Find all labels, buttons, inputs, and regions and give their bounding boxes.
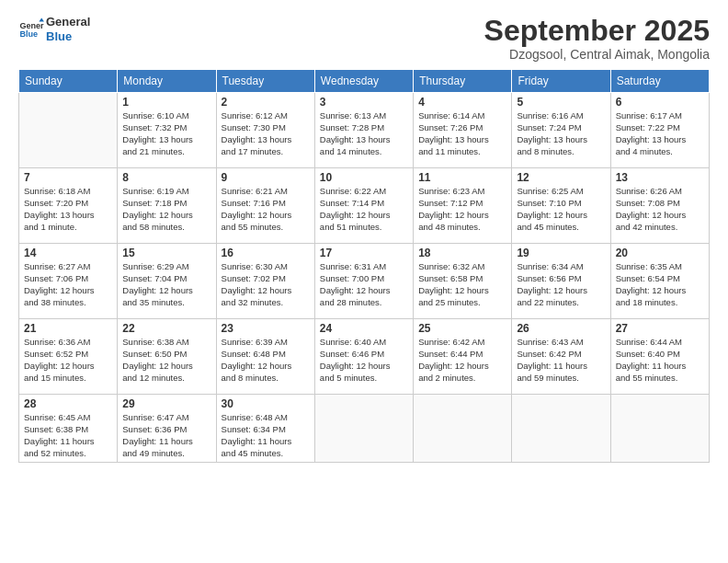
day-info: Sunrise: 6:23 AM Sunset: 7:12 PM Dayligh… (418, 186, 506, 233)
calendar-header-saturday: Saturday (610, 70, 709, 93)
calendar-header-thursday: Thursday (414, 70, 512, 93)
calendar-cell: 21Sunrise: 6:36 AM Sunset: 6:52 PM Dayli… (19, 319, 118, 395)
calendar-week-row: 1Sunrise: 6:10 AM Sunset: 7:32 PM Daylig… (19, 93, 710, 168)
calendar-cell: 9Sunrise: 6:21 AM Sunset: 7:16 PM Daylig… (216, 168, 314, 244)
day-info: Sunrise: 6:34 AM Sunset: 6:56 PM Dayligh… (517, 261, 605, 308)
day-number: 25 (418, 322, 506, 335)
calendar-week-row: 28Sunrise: 6:45 AM Sunset: 6:38 PM Dayli… (19, 395, 710, 463)
calendar-cell: 12Sunrise: 6:25 AM Sunset: 7:10 PM Dayli… (512, 168, 610, 244)
day-info: Sunrise: 6:13 AM Sunset: 7:28 PM Dayligh… (320, 110, 408, 157)
day-info: Sunrise: 6:47 AM Sunset: 6:36 PM Dayligh… (122, 412, 210, 459)
calendar-cell: 11Sunrise: 6:23 AM Sunset: 7:12 PM Dayli… (414, 168, 512, 244)
header: General Blue General Blue September 2025… (18, 15, 710, 62)
calendar-cell (414, 395, 512, 463)
day-info: Sunrise: 6:35 AM Sunset: 6:54 PM Dayligh… (616, 261, 704, 308)
calendar-cell (512, 395, 610, 463)
svg-text:Blue: Blue (19, 29, 38, 39)
calendar-cell: 29Sunrise: 6:47 AM Sunset: 6:36 PM Dayli… (118, 395, 216, 463)
day-info: Sunrise: 6:29 AM Sunset: 7:04 PM Dayligh… (122, 261, 210, 308)
calendar-week-row: 14Sunrise: 6:27 AM Sunset: 7:06 PM Dayli… (19, 244, 710, 319)
logo-general: General (46, 15, 90, 29)
calendar-header-sunday: Sunday (19, 70, 118, 93)
svg-text:General: General (19, 20, 44, 29)
day-info: Sunrise: 6:48 AM Sunset: 6:34 PM Dayligh… (222, 412, 310, 459)
day-number: 11 (418, 171, 506, 184)
calendar-cell: 10Sunrise: 6:22 AM Sunset: 7:14 PM Dayli… (314, 168, 413, 244)
day-number: 7 (24, 171, 112, 184)
day-number: 30 (222, 397, 310, 410)
day-number: 1 (122, 96, 210, 109)
day-number: 16 (222, 247, 310, 259)
day-info: Sunrise: 6:39 AM Sunset: 6:48 PM Dayligh… (222, 337, 310, 384)
day-info: Sunrise: 6:32 AM Sunset: 6:58 PM Dayligh… (418, 261, 506, 308)
day-number: 13 (616, 171, 704, 184)
day-number: 23 (222, 322, 310, 335)
calendar-week-row: 21Sunrise: 6:36 AM Sunset: 6:52 PM Dayli… (19, 319, 710, 395)
calendar-cell: 19Sunrise: 6:34 AM Sunset: 6:56 PM Dayli… (512, 244, 610, 319)
day-info: Sunrise: 6:40 AM Sunset: 6:46 PM Dayligh… (320, 337, 408, 384)
calendar-cell: 25Sunrise: 6:42 AM Sunset: 6:44 PM Dayli… (414, 319, 512, 395)
location-subtitle: Dzogsool, Central Aimak, Mongolia (484, 47, 710, 62)
calendar-cell: 5Sunrise: 6:16 AM Sunset: 7:24 PM Daylig… (512, 93, 610, 168)
page: General Blue General Blue September 2025… (0, 0, 728, 563)
day-number: 26 (517, 322, 605, 335)
calendar-cell (314, 395, 413, 463)
day-info: Sunrise: 6:10 AM Sunset: 7:32 PM Dayligh… (122, 110, 210, 157)
calendar-cell: 30Sunrise: 6:48 AM Sunset: 6:34 PM Dayli… (216, 395, 314, 463)
calendar-cell: 26Sunrise: 6:43 AM Sunset: 6:42 PM Dayli… (512, 319, 610, 395)
day-info: Sunrise: 6:30 AM Sunset: 7:02 PM Dayligh… (222, 261, 310, 308)
day-info: Sunrise: 6:36 AM Sunset: 6:52 PM Dayligh… (24, 337, 112, 384)
day-info: Sunrise: 6:19 AM Sunset: 7:18 PM Dayligh… (122, 186, 210, 233)
day-info: Sunrise: 6:27 AM Sunset: 7:06 PM Dayligh… (24, 261, 112, 308)
calendar-cell: 8Sunrise: 6:19 AM Sunset: 7:18 PM Daylig… (118, 168, 216, 244)
day-info: Sunrise: 6:14 AM Sunset: 7:26 PM Dayligh… (418, 110, 506, 157)
day-number: 27 (616, 322, 704, 335)
day-info: Sunrise: 6:17 AM Sunset: 7:22 PM Dayligh… (616, 110, 704, 157)
day-number: 20 (616, 247, 704, 259)
calendar-cell: 22Sunrise: 6:38 AM Sunset: 6:50 PM Dayli… (118, 319, 216, 395)
day-number: 29 (122, 397, 210, 410)
month-title: September 2025 (484, 15, 710, 47)
calendar-cell: 16Sunrise: 6:30 AM Sunset: 7:02 PM Dayli… (216, 244, 314, 319)
calendar-cell: 20Sunrise: 6:35 AM Sunset: 6:54 PM Dayli… (610, 244, 709, 319)
calendar-cell: 24Sunrise: 6:40 AM Sunset: 6:46 PM Dayli… (314, 319, 413, 395)
day-number: 22 (122, 322, 210, 335)
title-block: September 2025 Dzogsool, Central Aimak, … (484, 15, 710, 62)
day-info: Sunrise: 6:22 AM Sunset: 7:14 PM Dayligh… (320, 186, 408, 233)
calendar-cell: 6Sunrise: 6:17 AM Sunset: 7:22 PM Daylig… (610, 93, 709, 168)
day-info: Sunrise: 6:16 AM Sunset: 7:24 PM Dayligh… (517, 110, 605, 157)
day-number: 6 (616, 96, 704, 109)
day-number: 15 (122, 247, 210, 259)
day-number: 10 (320, 171, 408, 184)
day-info: Sunrise: 6:26 AM Sunset: 7:08 PM Dayligh… (616, 186, 704, 233)
calendar-header-monday: Monday (118, 70, 216, 93)
calendar-week-row: 7Sunrise: 6:18 AM Sunset: 7:20 PM Daylig… (19, 168, 710, 244)
calendar-header-tuesday: Tuesday (216, 70, 314, 93)
calendar-cell: 4Sunrise: 6:14 AM Sunset: 7:26 PM Daylig… (414, 93, 512, 168)
day-number: 9 (222, 171, 310, 184)
calendar-cell (610, 395, 709, 463)
day-number: 21 (24, 322, 112, 335)
day-info: Sunrise: 6:31 AM Sunset: 7:00 PM Dayligh… (320, 261, 408, 308)
calendar-header-friday: Friday (512, 70, 610, 93)
calendar-cell: 15Sunrise: 6:29 AM Sunset: 7:04 PM Dayli… (118, 244, 216, 319)
calendar-cell: 1Sunrise: 6:10 AM Sunset: 7:32 PM Daylig… (118, 93, 216, 168)
logo: General Blue General Blue (18, 15, 90, 43)
day-info: Sunrise: 6:25 AM Sunset: 7:10 PM Dayligh… (517, 186, 605, 233)
day-number: 18 (418, 247, 506, 259)
calendar-cell (19, 93, 118, 168)
day-number: 14 (24, 247, 112, 259)
logo-icon: General Blue (18, 17, 44, 42)
calendar-cell: 7Sunrise: 6:18 AM Sunset: 7:20 PM Daylig… (19, 168, 118, 244)
calendar-cell: 23Sunrise: 6:39 AM Sunset: 6:48 PM Dayli… (216, 319, 314, 395)
svg-marker-2 (39, 17, 44, 21)
day-number: 19 (517, 247, 605, 259)
day-number: 17 (320, 247, 408, 259)
calendar-cell: 2Sunrise: 6:12 AM Sunset: 7:30 PM Daylig… (216, 93, 314, 168)
day-info: Sunrise: 6:21 AM Sunset: 7:16 PM Dayligh… (222, 186, 310, 233)
day-number: 24 (320, 322, 408, 335)
day-number: 4 (418, 96, 506, 109)
day-info: Sunrise: 6:12 AM Sunset: 7:30 PM Dayligh… (222, 110, 310, 157)
logo-blue: Blue (46, 29, 90, 44)
day-number: 5 (517, 96, 605, 109)
